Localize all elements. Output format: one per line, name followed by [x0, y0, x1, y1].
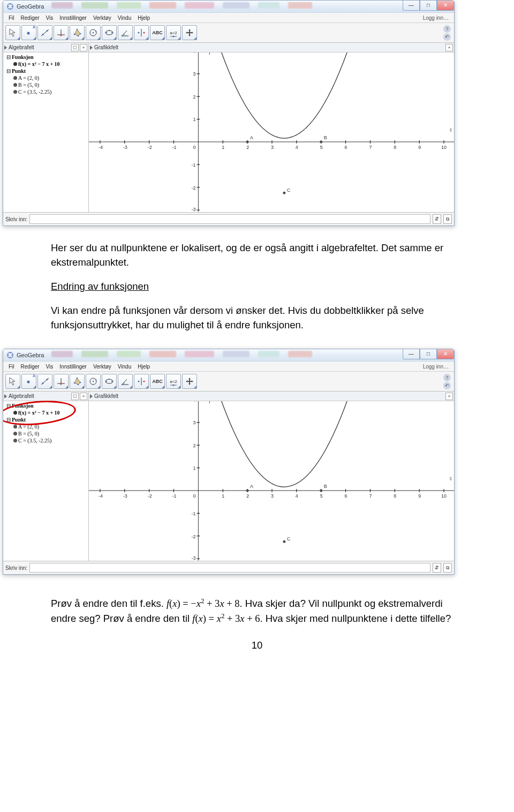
svg-point-27 [143, 32, 145, 34]
input-help-icon[interactable]: ⧉ [443, 563, 452, 573]
menu-options[interactable]: Innstillinger [57, 363, 89, 370]
tool-polygon[interactable] [70, 374, 85, 389]
input-field[interactable] [29, 214, 430, 224]
svg-marker-94 [74, 378, 80, 385]
tool-text[interactable]: ABC [150, 25, 165, 40]
close-panel-icon[interactable]: × [80, 393, 87, 400]
tool-point[interactable]: A [21, 374, 36, 389]
menu-edit[interactable]: Rediger [19, 363, 42, 370]
page-number: 10 [0, 640, 514, 651]
graphics-panel[interactable]: Grafikkfelt × -4 -3 -2 -1 [89, 43, 454, 212]
point-b[interactable]: B = (5, 0) [18, 82, 39, 88]
svg-text:2: 2 [193, 443, 195, 448]
login-link[interactable]: Logg inn… [421, 14, 451, 21]
svg-point-1 [7, 6, 9, 7]
close-panel-icon[interactable]: × [80, 44, 87, 51]
algebra-title: Algebrafelt [9, 393, 34, 399]
menu-help[interactable]: Hjelp [135, 14, 152, 21]
tool-text[interactable]: ABC [150, 374, 165, 389]
svg-text:10: 10 [441, 493, 447, 499]
graphics-panel[interactable]: Grafikkfelt × -4 -3 -2 -1 0 1 [89, 392, 454, 561]
app-title: GeoGebra [17, 352, 44, 358]
menu-file[interactable]: Fil [6, 363, 17, 370]
undo-icon[interactable]: ↶ [443, 33, 451, 41]
tool-perpendicular[interactable] [54, 374, 69, 389]
geogebra-window-1: GeoGebra — □ ✕ Fil Rediger Vis Innstilli… [3, 0, 455, 226]
detach-icon[interactable]: ▢ [71, 393, 79, 400]
tool-polygon[interactable] [70, 25, 85, 40]
menu-window[interactable]: Vindu [116, 363, 133, 370]
tool-move-view[interactable] [182, 374, 197, 389]
svg-text:1: 1 [193, 465, 195, 471]
tool-angle[interactable] [118, 25, 133, 40]
maximize-button[interactable]: □ [420, 349, 437, 359]
tool-move[interactable] [5, 374, 20, 389]
algebra-panel-header[interactable]: Algebrafelt ▢× [3, 43, 88, 52]
svg-point-16 [74, 34, 75, 35]
help-icon[interactable]: ? [443, 25, 451, 33]
input-dropdown-icon[interactable]: ⇵ [433, 563, 441, 573]
point-a[interactable]: A = (2, 0) [18, 75, 39, 81]
svg-point-26 [138, 32, 140, 34]
graphics-title: Grafikkfelt [94, 393, 118, 399]
svg-point-87 [27, 381, 30, 384]
close-button[interactable]: ✕ [437, 349, 454, 359]
tool-ellipse[interactable] [102, 25, 117, 40]
algebra-panel-header[interactable]: Algebrafelt ▢× [3, 392, 88, 401]
tool-slider[interactable]: a=2 [166, 374, 181, 389]
toolbar: A ABC a=2 ? ↶ [3, 23, 454, 43]
tool-perpendicular[interactable] [54, 25, 69, 40]
menu-tools[interactable]: Verktøy [91, 14, 114, 21]
minimize-button[interactable]: — [403, 349, 420, 359]
maximize-button[interactable]: □ [420, 1, 437, 11]
close-button[interactable]: ✕ [437, 1, 454, 11]
menu-view[interactable]: Vis [44, 14, 56, 21]
menu-view[interactable]: Vis [44, 363, 56, 370]
titlebar[interactable]: GeoGebra — □ ✕ [3, 1, 454, 13]
tool-move-view[interactable] [182, 25, 197, 40]
tool-reflect[interactable] [134, 374, 149, 389]
input-field[interactable] [29, 563, 430, 573]
titlebar[interactable]: GeoGebra — □ ✕ [3, 349, 454, 362]
menubar: Fil Rediger Vis Innstillinger Verktøy Vi… [3, 13, 454, 23]
svg-text:8: 8 [394, 145, 396, 150]
point-a[interactable]: A = (2, 0) [18, 424, 39, 430]
help-icon[interactable]: ? [443, 374, 451, 381]
tool-angle[interactable] [118, 374, 133, 389]
point-b[interactable]: B = (5, 0) [18, 431, 39, 437]
detach-icon[interactable]: ▢ [71, 44, 79, 51]
svg-point-4 [10, 8, 11, 9]
app-title: GeoGebra [17, 3, 44, 10]
tool-point[interactable]: A [21, 25, 36, 40]
point-c[interactable]: C = (3.5, -2.25) [18, 438, 51, 443]
svg-text:-2: -2 [148, 493, 152, 499]
svg-text:-3: -3 [123, 493, 127, 499]
function-expr[interactable]: f(x) = x² − 7 x + 10 [18, 61, 60, 67]
login-link[interactable]: Logg inn… [421, 363, 451, 370]
tool-reflect[interactable] [134, 25, 149, 40]
tool-slider[interactable]: a=2 [166, 25, 181, 40]
input-dropdown-icon[interactable]: ⇵ [433, 214, 441, 224]
menu-help[interactable]: Hjelp [135, 363, 152, 370]
svg-text:-2: -2 [191, 185, 195, 191]
undo-icon[interactable]: ↶ [443, 382, 451, 389]
tool-line[interactable] [37, 374, 52, 389]
close-panel-icon[interactable]: × [445, 44, 453, 51]
menu-options[interactable]: Innstillinger [57, 14, 89, 21]
group-function: Funksjon [12, 54, 34, 60]
tool-line[interactable] [37, 25, 52, 40]
menu-window[interactable]: Vindu [116, 14, 133, 21]
tool-move[interactable] [5, 25, 20, 40]
menu-tools[interactable]: Verktøy [91, 363, 114, 370]
menu-file[interactable]: Fil [6, 14, 17, 21]
tool-ellipse[interactable] [102, 374, 117, 389]
minimize-button[interactable]: — [403, 1, 420, 11]
svg-text:-1: -1 [191, 162, 195, 168]
tool-circle[interactable] [86, 25, 101, 40]
function-expr[interactable]: f(x) = x² − 7 x + 10 [18, 410, 60, 416]
input-help-icon[interactable]: ⧉ [443, 214, 452, 224]
close-panel-icon[interactable]: × [445, 393, 453, 400]
menu-edit[interactable]: Rediger [19, 14, 42, 21]
point-c[interactable]: C = (3.5, -2.25) [18, 89, 51, 95]
tool-circle[interactable] [86, 374, 101, 389]
